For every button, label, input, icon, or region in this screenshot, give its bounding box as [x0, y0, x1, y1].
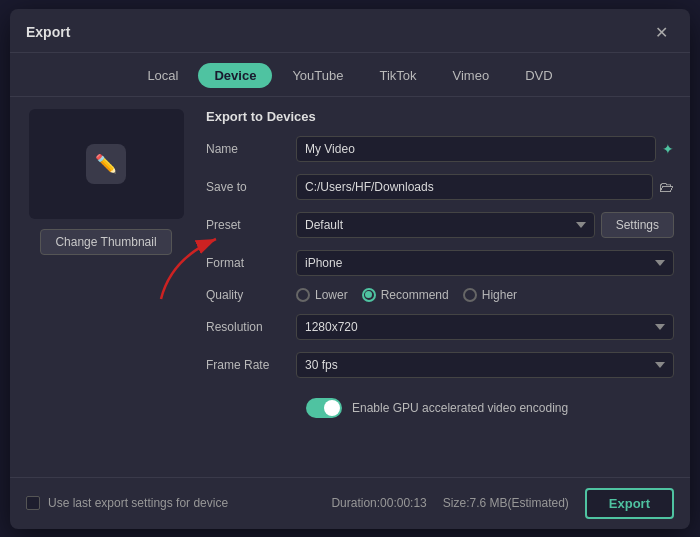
quality-recommend-label: Recommend — [381, 288, 449, 302]
save-to-row: Save to 🗁 — [206, 174, 674, 200]
quality-recommend[interactable]: Recommend — [362, 288, 449, 302]
preset-select-row: Default Settings — [296, 212, 674, 238]
gpu-label: Enable GPU accelerated video encoding — [352, 401, 568, 415]
folder-icon[interactable]: 🗁 — [659, 178, 674, 195]
name-row: Name ✦ — [206, 136, 674, 162]
preset-row: Preset Default Settings — [206, 212, 674, 238]
use-last-checkbox[interactable] — [26, 496, 40, 510]
tab-dvd[interactable]: DVD — [509, 63, 568, 88]
resolution-row: Resolution 1280x720 — [206, 314, 674, 340]
thumbnail-preview: ✏️ — [29, 109, 184, 219]
tab-vimeo[interactable]: Vimeo — [437, 63, 506, 88]
name-input[interactable] — [296, 136, 656, 162]
change-thumbnail-button[interactable]: Change Thumbnail — [40, 229, 171, 255]
format-label: Format — [206, 256, 296, 270]
use-last-label: Use last export settings for device — [48, 496, 228, 510]
format-row: Format iPhone — [206, 250, 674, 276]
quality-lower[interactable]: Lower — [296, 288, 348, 302]
quality-radio-group: Lower Recommend Higher — [296, 288, 674, 302]
use-last-settings: Use last export settings for device — [26, 496, 228, 510]
preset-label: Preset — [206, 218, 296, 232]
title-bar: Export ✕ — [10, 9, 690, 53]
frame-rate-label: Frame Rate — [206, 358, 296, 372]
settings-button[interactable]: Settings — [601, 212, 674, 238]
format-select[interactable]: iPhone — [296, 250, 674, 276]
bottom-right: Duration:00:00:13 Size:7.6 MB(Estimated)… — [331, 488, 674, 519]
dialog-title: Export — [26, 24, 70, 40]
quality-row: Quality Lower Recommend Higher — [206, 288, 674, 302]
section-title: Export to Devices — [206, 109, 674, 124]
tab-local[interactable]: Local — [131, 63, 194, 88]
content-area: ✏️ Change Thumbnail Export to Devices Na… — [10, 97, 690, 477]
name-label: Name — [206, 142, 296, 156]
tab-device[interactable]: Device — [198, 63, 272, 88]
quality-higher[interactable]: Higher — [463, 288, 517, 302]
gpu-toggle-row: Enable GPU accelerated video encoding — [206, 390, 674, 426]
export-dialog: Export ✕ Local Device YouTube TikTok Vim… — [10, 9, 690, 529]
resolution-select[interactable]: 1280x720 — [296, 314, 674, 340]
bottom-bar: Use last export settings for device Dura… — [10, 477, 690, 529]
ai-icon: ✦ — [662, 141, 674, 157]
right-panel: Export to Devices Name ✦ Save to 🗁 Prese… — [206, 109, 674, 465]
duration-label: Duration:00:00:13 — [331, 496, 426, 510]
save-path-input[interactable] — [296, 174, 653, 200]
quality-lower-circle — [296, 288, 310, 302]
quality-recommend-dot — [365, 291, 372, 298]
tab-tiktok[interactable]: TikTok — [363, 63, 432, 88]
save-to-label: Save to — [206, 180, 296, 194]
thumbnail-icon: ✏️ — [86, 144, 126, 184]
close-button[interactable]: ✕ — [649, 21, 674, 44]
quality-higher-label: Higher — [482, 288, 517, 302]
quality-label: Quality — [206, 288, 296, 302]
path-row: 🗁 — [296, 174, 674, 200]
frame-rate-select[interactable]: 30 fps — [296, 352, 674, 378]
preset-select[interactable]: Default — [296, 212, 595, 238]
quality-higher-circle — [463, 288, 477, 302]
quality-recommend-circle — [362, 288, 376, 302]
edit-icon: ✏️ — [95, 153, 117, 175]
frame-rate-row: Frame Rate 30 fps — [206, 352, 674, 378]
quality-lower-label: Lower — [315, 288, 348, 302]
size-label: Size:7.6 MB(Estimated) — [443, 496, 569, 510]
tabs-row: Local Device YouTube TikTok Vimeo DVD — [10, 53, 690, 97]
resolution-label: Resolution — [206, 320, 296, 334]
tab-youtube[interactable]: YouTube — [276, 63, 359, 88]
export-button[interactable]: Export — [585, 488, 674, 519]
gpu-toggle[interactable] — [306, 398, 342, 418]
toggle-knob — [324, 400, 340, 416]
left-panel: ✏️ Change Thumbnail — [26, 109, 186, 465]
